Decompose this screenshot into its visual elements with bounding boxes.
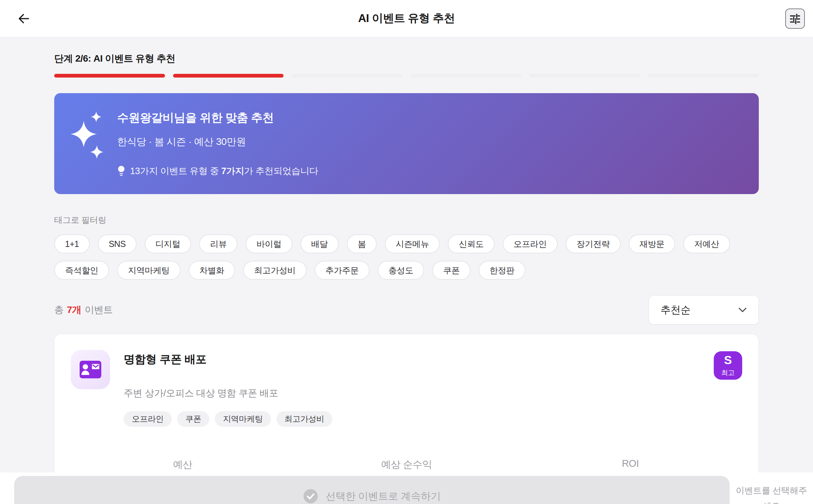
progress-segment <box>529 74 640 78</box>
sort-dropdown[interactable]: 추천순 <box>649 295 759 324</box>
progress-segment <box>648 74 759 78</box>
event-tag: 지역마케팅 <box>215 411 271 427</box>
filter-chip[interactable]: 시즌메뉴 <box>385 234 440 253</box>
filter-chip-label: 신뢰도 <box>459 238 484 250</box>
filter-chip-label: 봄 <box>358 238 366 250</box>
event-description: 주변 상가/오피스 대상 명함 쿠폰 배포 <box>124 387 714 400</box>
banner-text: 수원왕갈비님을 위한 맞춤 추천 한식당 · 봄 시즌 · 예산 30만원 13… <box>117 108 318 177</box>
filter-chip[interactable]: 쿠폰 <box>432 261 471 280</box>
continue-inner: 선택한 이벤트로 계속하기 <box>303 489 441 504</box>
filter-chip-label: 즉석할인 <box>65 265 98 276</box>
filter-chip-label: 저예산 <box>694 238 719 250</box>
filter-chips: 1+1 SNS 디지털 리뷰 바이럴 배달 봄 시즌메뉴 신뢰도 오프라인 장기… <box>54 234 759 280</box>
filter-chip-label: 최고가성비 <box>254 265 296 276</box>
filter-chip-label: 리뷰 <box>210 238 227 250</box>
filter-chip[interactable]: 충성도 <box>378 261 424 280</box>
filter-chip-label: 차별화 <box>200 265 225 276</box>
filter-chip[interactable]: 리뷰 <box>199 234 237 253</box>
filter-chip-label: 1+1 <box>65 239 79 249</box>
back-button[interactable] <box>14 8 34 29</box>
filter-chip[interactable]: 장기전략 <box>566 234 621 253</box>
banner-subtitle: 한식당 · 봄 시즌 · 예산 30만원 <box>117 135 318 149</box>
filter-chip-label: 쿠폰 <box>443 265 460 276</box>
filter-chip[interactable]: 한정판 <box>479 261 525 280</box>
results-bar: 총 7개 이벤트 추천순 <box>54 295 759 324</box>
filter-chip[interactable]: 차별화 <box>189 261 235 280</box>
filter-chip-label: 추가주문 <box>326 265 359 276</box>
event-tag-label: 쿠폰 <box>185 414 201 424</box>
progress-track <box>54 74 759 78</box>
filter-chip[interactable]: 지역마케팅 <box>117 261 181 280</box>
filter-chip-label: 충성도 <box>389 265 414 276</box>
results-count-prefix: 총 <box>54 303 64 316</box>
event-card-main: 명함형 쿠폰 배포 주변 상가/오피스 대상 명함 쿠폰 배포 오프라인 쿠폰 … <box>124 350 714 427</box>
lightbulb-icon <box>117 165 125 177</box>
ai-recommendation-banner: 수원왕갈비님을 위한 맞춤 추천 한식당 · 봄 시즌 · 예산 30만원 13… <box>54 93 759 194</box>
results-count-number: 7개 <box>67 303 82 316</box>
arrow-left-icon <box>16 11 31 26</box>
event-icon <box>71 350 110 389</box>
filter-chip-label: 배달 <box>311 238 328 250</box>
banner-title: 수원왕갈비님을 위한 맞춤 추천 <box>117 110 318 126</box>
filter-chip[interactable]: 1+1 <box>54 234 90 253</box>
stat-label: 예산 <box>71 458 295 471</box>
main-content: 단계 2/6: AI 이벤트 유형 추천 수원왕갈비님을 위한 맞춤 추천 한식… <box>0 52 813 504</box>
filter-chip[interactable]: 디지털 <box>145 234 191 253</box>
results-count-suffix: 이벤트 <box>85 303 113 316</box>
filter-chip-label: 바이럴 <box>256 238 282 250</box>
filter-chip[interactable]: 신뢰도 <box>448 234 495 253</box>
filter-chip-label: 한정판 <box>489 265 515 276</box>
top-bar: AI 이벤트 유형 추천 <box>0 0 813 37</box>
filter-chip[interactable]: 오프라인 <box>503 234 558 253</box>
event-tags: 오프라인 쿠폰 지역마케팅 최고가성비 <box>124 411 714 427</box>
event-tag: 쿠폰 <box>177 411 209 427</box>
stat-label: ROI <box>518 458 742 469</box>
continue-button[interactable]: 선택한 이벤트로 계속하기 <box>14 476 730 504</box>
banner-info-text: 13가지 이벤트 유형 중 7가지가 추천되었습니다 <box>130 165 318 177</box>
filter-chip[interactable]: 배달 <box>300 234 339 253</box>
event-card-head: 명함형 쿠폰 배포 주변 상가/오피스 대상 명함 쿠폰 배포 오프라인 쿠폰 … <box>71 350 742 427</box>
event-tag-label: 오프라인 <box>132 414 164 424</box>
filter-chip[interactable]: 재방문 <box>629 234 675 253</box>
step-label: 단계 2/6: AI 이벤트 유형 추천 <box>54 52 759 65</box>
event-title: 명함형 쿠폰 배포 <box>124 352 714 367</box>
sliders-icon <box>789 13 801 25</box>
filter-chip-label: 디지털 <box>155 238 181 250</box>
chevron-down-icon <box>738 307 747 313</box>
filter-chip[interactable]: SNS <box>98 234 137 253</box>
filter-chip[interactable]: 추가주문 <box>315 261 370 280</box>
check-circle-icon <box>303 489 318 504</box>
sparkles-icon <box>70 111 106 159</box>
event-tag-label: 지역마케팅 <box>223 414 263 424</box>
selection-helper-text: 이벤트를 선택해주세요 <box>732 483 810 504</box>
progress-segment <box>292 74 402 78</box>
filter-chip[interactable]: 즉석할인 <box>54 261 109 280</box>
filter-chip[interactable]: 최고가성비 <box>243 261 307 280</box>
filter-chip-label: 시즌메뉴 <box>396 238 429 250</box>
filter-chip-label: SNS <box>109 239 126 249</box>
contact-mail-icon <box>79 360 102 379</box>
sort-dropdown-value: 추천순 <box>661 303 691 317</box>
event-tag: 최고가성비 <box>276 411 333 427</box>
stat-label: 예상 순수익 <box>295 458 519 471</box>
grade-badge: S 최고 <box>714 351 742 380</box>
filter-chip[interactable]: 저예산 <box>683 234 730 253</box>
filter-chip-label: 지역마케팅 <box>128 265 170 276</box>
event-tag: 오프라인 <box>124 411 172 427</box>
filter-chip[interactable]: 바이럴 <box>246 234 292 253</box>
settings-button[interactable] <box>785 8 805 29</box>
filter-chip-label: 장기전략 <box>577 238 610 250</box>
event-tag-label: 최고가성비 <box>285 414 325 424</box>
filter-chip[interactable]: 봄 <box>347 234 377 253</box>
results-count: 총 7개 이벤트 <box>54 303 113 316</box>
progress-segment <box>173 74 284 78</box>
banner-info: 13가지 이벤트 유형 중 7가지가 추천되었습니다 <box>117 165 318 177</box>
filter-chip-label: 재방문 <box>640 238 665 250</box>
filter-label: 태그로 필터링 <box>54 214 759 226</box>
page-title: AI 이벤트 유형 추천 <box>0 11 813 26</box>
grade-label: 최고 <box>722 368 735 377</box>
progress-segment <box>54 74 165 78</box>
continue-label: 선택한 이벤트로 계속하기 <box>326 489 441 503</box>
page: AI 이벤트 유형 추천 단계 2/6: AI 이벤트 유형 추천 <box>0 0 813 504</box>
progress-segment <box>411 74 521 78</box>
